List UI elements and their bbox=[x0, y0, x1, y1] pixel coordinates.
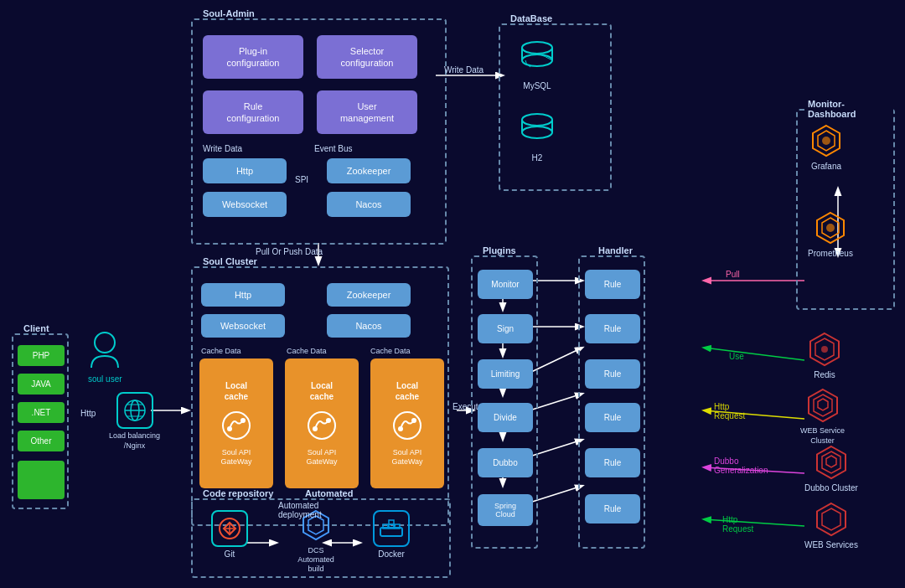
svg-marker-66 bbox=[814, 395, 832, 416]
cluster-zookeeper-card: Zookeeper bbox=[327, 283, 411, 307]
http-label-client: Http bbox=[80, 409, 96, 418]
mysql-item: MySQL bbox=[519, 37, 556, 90]
redis-label: Redis bbox=[806, 370, 843, 379]
svg-point-41 bbox=[313, 426, 318, 431]
soul-admin-label: Soul-Admin bbox=[199, 8, 258, 18]
svg-point-27 bbox=[522, 114, 552, 126]
svg-rect-61 bbox=[389, 520, 394, 524]
auto-deployment-text: Automateddeployment bbox=[278, 501, 322, 519]
dubbo-gen-label: DubboGeneralization bbox=[714, 456, 768, 475]
svg-point-44 bbox=[398, 426, 403, 431]
svg-point-40 bbox=[308, 412, 335, 439]
svg-point-28 bbox=[522, 126, 552, 138]
plugins-box: Plugins Monitor Sign Limiting Divide Dub… bbox=[471, 255, 538, 549]
web-service-cluster-item: WEB ServiceCluster bbox=[800, 387, 845, 446]
dubbo-cluster-label: Dubbo Cluster bbox=[804, 483, 858, 493]
svg-point-23 bbox=[522, 42, 552, 54]
svg-line-7 bbox=[704, 519, 804, 526]
admin-websocket-card: Websocket bbox=[203, 192, 287, 217]
mysql-label: MySQL bbox=[519, 81, 556, 90]
grafana-item: Grafana bbox=[808, 122, 845, 171]
svg-point-36 bbox=[826, 224, 835, 232]
rule-5: Rule bbox=[585, 448, 640, 477]
prometheus-label: Prometheus bbox=[808, 249, 853, 258]
user-mgmt-card: User management bbox=[317, 90, 417, 134]
write-data-arrow-label: Write Data bbox=[444, 65, 484, 75]
cache-label-3: Cache Data bbox=[370, 347, 411, 355]
soul-admin-box: Soul-Admin Plug-in configuration Selecto… bbox=[191, 18, 447, 245]
docker-item: Docker bbox=[373, 510, 410, 559]
cluster-http-card: Http bbox=[201, 283, 285, 307]
pull-push-label: Pull Or Push Data bbox=[256, 247, 323, 256]
svg-point-39 bbox=[240, 418, 246, 423]
event-bus-label: Event Bus bbox=[314, 144, 353, 153]
svg-point-43 bbox=[394, 412, 421, 439]
other-card2 bbox=[18, 461, 65, 499]
grafana-label: Grafana bbox=[808, 162, 845, 171]
svg-marker-69 bbox=[822, 451, 840, 473]
code-repo-label: Code repository bbox=[199, 488, 277, 498]
soul-cluster-label: Soul Cluster bbox=[199, 256, 261, 266]
rule-4: Rule bbox=[585, 403, 640, 432]
gateway-3: Localcache Soul APIGateWay bbox=[370, 358, 444, 488]
handler-box: Handler Rule Rule Rule Rule Rule Rule bbox=[578, 255, 645, 549]
plugins-label: Plugins bbox=[479, 245, 520, 255]
web-services-item: WEB Services bbox=[804, 501, 858, 549]
spi-label: SPI bbox=[295, 175, 308, 184]
write-data-label-inner: Write Data bbox=[203, 144, 242, 153]
svg-point-33 bbox=[822, 137, 830, 145]
rule-1: Rule bbox=[585, 270, 640, 299]
plugin-dubbo: Dubbo bbox=[478, 448, 533, 477]
h2-label: H2 bbox=[519, 153, 556, 162]
client-box: Client PHP JAVA .NET Other bbox=[12, 333, 69, 509]
plugin-sign: Sign bbox=[478, 314, 533, 343]
cluster-websocket-card: Websocket bbox=[201, 314, 285, 338]
prometheus-item: Prometheus bbox=[808, 209, 853, 258]
h2-item: H2 bbox=[519, 109, 556, 162]
use-label: Use bbox=[729, 352, 744, 361]
svg-rect-58 bbox=[383, 524, 388, 529]
cache-label-1: Cache Data bbox=[201, 347, 241, 355]
git-item: Git bbox=[211, 510, 248, 559]
monitor-dashboard-label: Monitor-Dashboard bbox=[804, 99, 893, 119]
auto-deploy-label: Automated bbox=[302, 488, 356, 498]
web-service-cluster-label: WEB ServiceCluster bbox=[800, 426, 845, 446]
redis-item: Redis bbox=[806, 331, 843, 379]
java-card: JAVA bbox=[18, 374, 65, 395]
database-box: DataBase MySQL bbox=[499, 23, 612, 191]
svg-marker-72 bbox=[822, 508, 840, 530]
dubbo-cluster-item: Dubbo Cluster bbox=[804, 444, 858, 493]
plugin-config-card: Plug-in configuration bbox=[203, 35, 303, 79]
git-label: Git bbox=[211, 549, 248, 559]
soul-user-label: soul user bbox=[88, 374, 122, 384]
svg-point-38 bbox=[227, 426, 232, 431]
svg-point-42 bbox=[326, 418, 331, 423]
http-request-divide-label: HttpRequest bbox=[714, 402, 745, 420]
handler-label: Handler bbox=[595, 245, 636, 255]
dcs-label: DCSAutomatedbuild bbox=[297, 546, 334, 573]
load-balancing-label: Load balancing/Nginx bbox=[109, 431, 160, 451]
cache-label-2: Cache Data bbox=[287, 347, 327, 355]
soul-user-item: soul user bbox=[88, 331, 122, 384]
svg-marker-67 bbox=[818, 399, 828, 410]
svg-point-45 bbox=[411, 418, 416, 423]
rule-3: Rule bbox=[585, 359, 640, 389]
other-card: Other bbox=[18, 431, 65, 451]
pull-label: Pull bbox=[726, 270, 740, 279]
rule-6: Rule bbox=[585, 494, 640, 524]
docker-label: Docker bbox=[373, 549, 410, 559]
svg-point-37 bbox=[223, 412, 250, 439]
client-label: Client bbox=[20, 323, 53, 333]
database-label: DataBase bbox=[507, 13, 556, 23]
admin-http-card: Http bbox=[203, 158, 287, 183]
svg-rect-60 bbox=[395, 524, 400, 529]
selector-config-card: Selector configuration bbox=[317, 35, 417, 79]
svg-marker-70 bbox=[826, 456, 836, 467]
soul-cluster-box: Soul Cluster Http Zookeeper Websocket Na… bbox=[191, 266, 449, 526]
rule-2: Rule bbox=[585, 314, 640, 343]
gateway-1: Localcache Soul APIGateWay bbox=[199, 358, 273, 488]
main-diagram: Soul-Admin Plug-in configuration Selecto… bbox=[0, 0, 905, 588]
http-request-spring-label: HttpRequest bbox=[722, 515, 753, 534]
arrows-layer bbox=[0, 0, 905, 588]
admin-nacos-card: Nacos bbox=[327, 192, 411, 217]
